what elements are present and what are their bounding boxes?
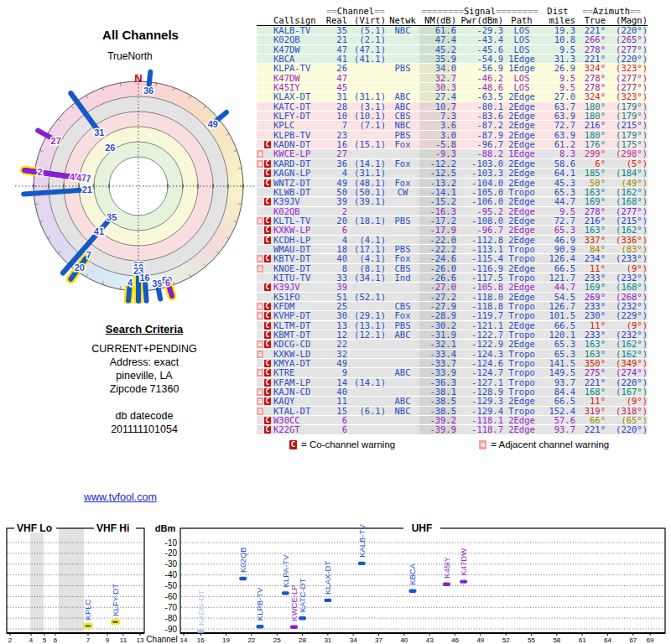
svg-text:-10: -10 bbox=[165, 538, 178, 548]
cell-miles: 57.6 bbox=[540, 416, 575, 424]
cell-real-channel: 13 bbox=[325, 321, 347, 330]
cell-virtual-channel: (4.1) bbox=[347, 236, 386, 244]
warning-markers bbox=[257, 131, 273, 139]
cell-network bbox=[386, 35, 419, 44]
cell-real-channel: 49 bbox=[325, 359, 347, 367]
cell-nm-db: 3.6 bbox=[419, 121, 456, 129]
radar-channel-label: 16 bbox=[139, 273, 149, 283]
cell-power-dbm: -105.0 bbox=[456, 188, 503, 196]
cell-virtual-channel bbox=[347, 74, 386, 82]
svg-text:Channel: Channel bbox=[146, 635, 177, 644]
cell-path: 2Edge bbox=[503, 416, 540, 424]
cell-miles: 63.9 bbox=[540, 131, 575, 139]
cell-path: Tropo bbox=[503, 302, 540, 310]
cell-nm-db: -33.7 bbox=[419, 359, 456, 367]
cell-azimuth-true: 269° bbox=[575, 293, 606, 301]
cell-azimuth-magnetic: (5°) bbox=[606, 159, 648, 168]
cell-miles: 54.5 bbox=[540, 293, 575, 301]
cell-azimuth-magnetic: (179°) bbox=[606, 112, 648, 120]
cell-azimuth-magnetic: (83°) bbox=[606, 245, 648, 253]
cell-virtual-channel: (4.1) bbox=[347, 254, 386, 262]
search-mode: CURRENT+PENDING bbox=[52, 342, 237, 356]
cell-path: 2Edge bbox=[503, 293, 540, 301]
cell-miles: 9.5 bbox=[540, 45, 575, 54]
table-row: aCKDCG-CD22-32.1-122.92Edge65.3163°(162°… bbox=[257, 340, 648, 349]
cell-real-channel: 7 bbox=[325, 121, 347, 129]
cell-real-channel: 36 bbox=[325, 159, 347, 168]
cell-power-dbm: -63.5 bbox=[456, 92, 503, 101]
cell-virtual-channel: (29.1) bbox=[347, 311, 386, 319]
cell-path: 2Edge bbox=[503, 131, 540, 139]
adjacent-channel-warning-icon: a bbox=[257, 265, 263, 273]
cell-real-channel: 23 bbox=[325, 131, 347, 139]
table-row: aCKBTV-DT40(4.1)Fox-24.6-115.4Tropo126.4… bbox=[257, 254, 648, 263]
cell-virtual-channel bbox=[347, 359, 386, 367]
cell-path: 1Edge bbox=[503, 149, 540, 158]
cell-real-channel: 50 bbox=[325, 188, 347, 196]
svg-text:UHF: UHF bbox=[412, 522, 433, 534]
adjacent-channel-warning-label: = Adjacent channel warning bbox=[491, 439, 609, 449]
cell-callsign: KPLC bbox=[273, 121, 325, 129]
header-group-azimuth: ==Azimuth== bbox=[575, 7, 648, 16]
search-zipcode: Zipcode 71360 bbox=[52, 382, 237, 396]
cell-azimuth-magnetic: (162°) bbox=[606, 350, 648, 358]
signal-point-kbca bbox=[408, 589, 416, 593]
cell-path: Tropo bbox=[503, 407, 540, 415]
warning-markers: C bbox=[257, 321, 273, 330]
cell-power-dbm: -104.0 bbox=[456, 179, 503, 187]
table-row: aCKVHP-DT30(29.1)Fox-28.9-119.7Tropo101.… bbox=[257, 311, 648, 320]
warning-markers bbox=[257, 293, 273, 301]
cell-nm-db: -26.0 bbox=[419, 264, 456, 273]
cell-real-channel: 9 bbox=[325, 368, 347, 377]
cell-network bbox=[386, 169, 419, 177]
cell-path: LOS bbox=[503, 26, 540, 34]
signal-point-klfy-dt bbox=[112, 621, 119, 624]
cell-azimuth-true: 169° bbox=[575, 283, 606, 291]
cell-network: PBS bbox=[386, 321, 419, 330]
cell-network bbox=[386, 340, 419, 348]
tvfool-link[interactable]: www.tvfool.com bbox=[84, 491, 157, 503]
svg-text:58: 58 bbox=[553, 636, 560, 644]
cell-azimuth-true: 176° bbox=[575, 140, 606, 148]
table-row: CK39JV39(39.1)-15.2-106.02Edge44.7169°(1… bbox=[257, 197, 648, 206]
cell-miles: 46.9 bbox=[540, 236, 575, 244]
cell-callsign: KAGN-LP bbox=[273, 169, 325, 177]
cell-path: 2Edge bbox=[503, 112, 540, 120]
cell-azimuth-magnetic: (9°) bbox=[606, 264, 648, 273]
cell-power-dbm: -119.7 bbox=[456, 311, 503, 319]
cell-nm-db: 34.0 bbox=[419, 64, 456, 72]
cell-azimuth-magnetic: (179°) bbox=[606, 102, 648, 111]
cell-nm-db: -22.2 bbox=[419, 245, 456, 253]
cell-nm-db: -33.9 bbox=[419, 368, 456, 377]
cell-power-dbm: -129.3 bbox=[456, 397, 503, 405]
cell-nm-db: -38.5 bbox=[419, 397, 456, 405]
cell-azimuth-true: 324° bbox=[575, 64, 606, 72]
svg-text:5: 5 bbox=[43, 636, 47, 644]
cell-real-channel: 47 bbox=[325, 74, 347, 82]
cell-real-channel: 4 bbox=[325, 236, 347, 244]
warning-markers: a bbox=[257, 407, 273, 415]
cell-power-dbm: -124.7 bbox=[456, 368, 503, 377]
warning-markers bbox=[257, 64, 273, 72]
cell-path: 2Edge bbox=[503, 159, 540, 168]
radar-channel-label: 7 bbox=[86, 250, 91, 260]
svg-text:VHF Hi: VHF Hi bbox=[96, 522, 129, 534]
signal-point-label: KALB-TV bbox=[357, 524, 367, 558]
cell-nm-db: -15.2 bbox=[419, 197, 456, 205]
cell-nm-db: 45.2 bbox=[419, 45, 456, 54]
warning-markers: aC bbox=[257, 387, 273, 396]
table-row: K02QB21(2.1)47.4-43.4LOS10.8266°(265°) bbox=[257, 35, 648, 44]
warning-markers bbox=[257, 273, 273, 282]
cell-path: Tropo bbox=[503, 254, 540, 262]
cell-azimuth-magnetic: (298°) bbox=[606, 149, 648, 158]
cell-callsign: WNTZ-DT bbox=[273, 179, 325, 187]
cell-power-dbm: -103.0 bbox=[456, 159, 503, 168]
cell-real-channel: 11 bbox=[325, 397, 347, 405]
cell-power-dbm: -118.1 bbox=[456, 416, 503, 424]
column-header-pwrdbm: Pwr(dBm) bbox=[456, 16, 503, 25]
signal-point-label: KLPA-TV bbox=[281, 554, 290, 588]
cell-network bbox=[386, 83, 419, 91]
cell-virtual-channel: (10.1) bbox=[347, 112, 386, 120]
warning-markers: a bbox=[257, 149, 273, 158]
cell-callsign: K02QB bbox=[273, 35, 325, 44]
